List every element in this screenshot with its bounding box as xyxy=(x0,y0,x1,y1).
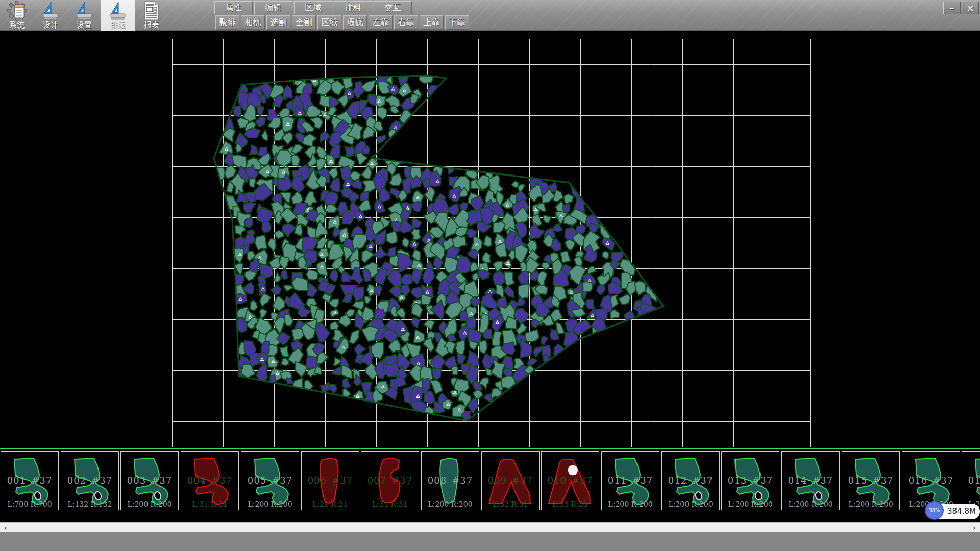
piece-lr-count: L:200 R:200 xyxy=(782,500,839,508)
piece-name: 017_#37 xyxy=(962,475,980,486)
app-button-设计[interactable]: 设计 xyxy=(34,0,67,31)
menu-tab-编辑[interactable]: 编辑 xyxy=(254,1,292,14)
app-button-系统[interactable]: 系统 xyxy=(0,0,34,31)
memory-value: 384.8M xyxy=(947,507,976,516)
tool-button-选割[interactable]: 选割 xyxy=(266,15,290,30)
piece-lr-count: L:21 R:21 xyxy=(302,500,359,508)
app-button-group: 系统 设计 设置 排版 xyxy=(0,0,168,31)
piece-lr-count: L:200 R:200 xyxy=(602,500,659,508)
piece-lr-count: L:200 R:200 xyxy=(842,500,899,508)
tool-button-下靠[interactable]: 下靠 xyxy=(445,15,469,30)
piece-name: 011_#37 xyxy=(602,475,659,486)
progress-badge: 38% xyxy=(925,501,944,520)
piece-lr-count: L:200 R:200 xyxy=(662,500,719,508)
tool-button-相机[interactable]: 相机 xyxy=(241,15,265,30)
scroll-right-arrow-icon[interactable]: › xyxy=(969,523,980,532)
piece-lr-count: L:200 R:200 xyxy=(241,500,299,508)
tool-button-右靠[interactable]: 右靠 xyxy=(394,15,418,30)
tool-button-区域[interactable]: 区域 xyxy=(317,15,341,30)
menu-tab-区域[interactable]: 区域 xyxy=(294,1,332,14)
piece-name: 012_#37 xyxy=(662,475,719,486)
tool-button-上靠[interactable]: 上靠 xyxy=(420,15,444,30)
tool-button-左靠[interactable]: 左靠 xyxy=(369,15,393,30)
gear-icon xyxy=(7,1,27,21)
window-controls: – × xyxy=(943,2,979,14)
piece-thumb-006_#37[interactable]: 006_#37 L:21 R:21 xyxy=(301,451,359,510)
piece-thumb-002_#37[interactable]: 002_#37 L:132 R:132 xyxy=(61,451,119,510)
piece-thumbnail-strip: 001_#37 L:700 R:700 002_#37 L:132 R:132 … xyxy=(0,449,980,522)
piece-name: 002_#37 xyxy=(61,475,118,486)
piece-name: 008_#37 xyxy=(422,475,479,486)
menu-tab-属性[interactable]: 属性 xyxy=(214,1,253,14)
piece-name: 015_#37 xyxy=(842,475,899,486)
nesting-canvas[interactable] xyxy=(0,31,980,448)
piece-name: 016_#37 xyxy=(902,475,960,486)
tool-button-row: 聚排相机选割全割区域瑕疵左靠右靠上靠下靠 xyxy=(215,15,469,30)
piece-thumb-015_#37[interactable]: 015_#37 L:200 R:200 xyxy=(842,451,900,510)
ruler-icon xyxy=(74,1,94,21)
piece-lr-count: L:32 R:31 xyxy=(482,500,539,508)
application-window: 系统 设计 设置 排版 xyxy=(0,0,980,551)
menu-tab-交互[interactable]: 交互 xyxy=(374,1,412,14)
app-button-设置[interactable]: 设置 xyxy=(67,0,101,31)
progress-percent: 38% xyxy=(928,508,940,513)
piece-name: 001_#37 xyxy=(1,475,58,486)
piece-thumb-008_#37[interactable]: 008_#37 L:200 R:200 xyxy=(421,451,479,510)
app-button-label: 报表 xyxy=(144,21,159,30)
piece-name: 005_#37 xyxy=(241,475,299,486)
piece-thumb-005_#37[interactable]: 005_#37 L:200 R:200 xyxy=(241,451,299,510)
piece-thumb-013_#37[interactable]: 013_#37 L:200 R:200 xyxy=(721,451,779,510)
ruler-icon xyxy=(40,1,61,21)
minimize-button[interactable]: – xyxy=(943,2,961,14)
tool-button-全割[interactable]: 全割 xyxy=(292,15,316,30)
piece-lr-count: L:31 R:31 xyxy=(361,500,419,508)
piece-thumb-010_#37[interactable]: 010_#37 L:33 R:33 xyxy=(541,451,599,510)
piece-thumb-012_#37[interactable]: 012_#37 L:200 R:200 xyxy=(662,451,720,510)
app-button-报表[interactable]: 报表 xyxy=(135,0,168,31)
piece-lr-count: L:33 R:33 xyxy=(542,500,599,508)
piece-lr-count: L:132 R:132 xyxy=(61,500,118,508)
app-button-label: 排版 xyxy=(110,21,126,30)
ruler-icon xyxy=(108,1,128,21)
piece-thumb-001_#37[interactable]: 001_#37 L:700 R:700 xyxy=(1,451,59,510)
piece-name: 009_#37 xyxy=(482,475,539,486)
piece-lr-count: L:200 R:200 xyxy=(121,500,178,508)
piece-thumb-004_#37[interactable]: 004_#37 L:31 R:31 xyxy=(181,451,239,510)
piece-thumb-011_#37[interactable]: 011_#37 L:200 R:200 xyxy=(601,451,659,510)
horizontal-scrollbar[interactable]: ‹ › xyxy=(0,522,980,532)
piece-name: 006_#37 xyxy=(302,475,359,486)
app-button-label: 设置 xyxy=(77,21,92,30)
menu-tab-排料[interactable]: 排料 xyxy=(334,1,372,14)
menu-tab-row: 属性编辑区域排料交互 xyxy=(214,1,412,14)
piece-lr-count: L:200 R:200 xyxy=(422,500,479,508)
piece-lr-count: L:700 R:700 xyxy=(1,500,58,508)
piece-thumb-007_#37[interactable]: 007_#37 L:31 R:31 xyxy=(361,451,419,510)
piece-thumb-014_#37[interactable]: 014_#37 L:200 R:200 xyxy=(781,451,840,510)
piece-thumb-009_#37[interactable]: 009_#37 L:32 R:31 xyxy=(481,451,540,510)
piece-name: 007_#37 xyxy=(361,475,419,486)
app-button-label: 系统 xyxy=(9,21,24,30)
piece-name: 004_#37 xyxy=(181,475,238,486)
scroll-left-arrow-icon[interactable]: ‹ xyxy=(0,523,11,532)
status-bar xyxy=(0,532,980,551)
piece-thumb-003_#37[interactable]: 003_#37 L:200 R:200 xyxy=(120,451,179,510)
piece-name: 003_#37 xyxy=(121,475,178,486)
piece-name: 013_#37 xyxy=(722,475,779,486)
app-button-label: 设计 xyxy=(43,21,58,30)
piece-name: 010_#37 xyxy=(542,475,599,486)
app-button-排版[interactable]: 排版 xyxy=(101,0,135,31)
toolbar: 系统 设计 设置 排版 xyxy=(0,0,980,31)
close-button[interactable]: × xyxy=(962,2,979,14)
piece-lr-count: L:31 R:31 xyxy=(181,500,238,508)
tool-button-聚排[interactable]: 聚排 xyxy=(215,15,239,30)
piece-name: 014_#37 xyxy=(782,475,839,486)
piece-lr-count: L:200 R:200 xyxy=(722,500,779,508)
piece-thumb-017_#37[interactable]: 017_#37 L:200 R:200 xyxy=(962,451,980,510)
report-icon xyxy=(141,1,162,21)
tool-button-瑕疵[interactable]: 瑕疵 xyxy=(343,15,367,30)
